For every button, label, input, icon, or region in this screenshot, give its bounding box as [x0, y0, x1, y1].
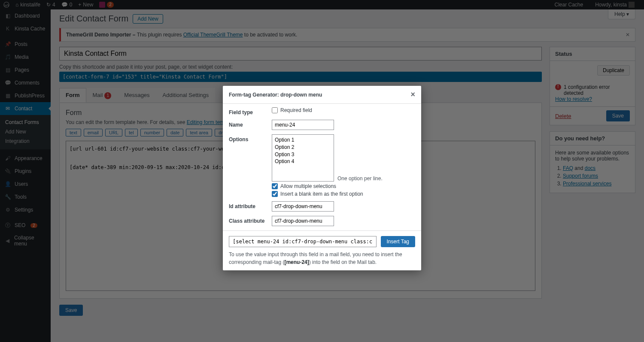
allow-multi-checkbox[interactable] [272, 183, 278, 189]
class-input[interactable] [272, 216, 334, 226]
form-tag-modal: Form-tag Generator: drop-down menu × Fie… [223, 86, 421, 270]
close-icon[interactable]: × [410, 90, 415, 99]
modal-title: Form-tag Generator: drop-down menu [229, 92, 322, 98]
required-label: Required field [280, 107, 312, 113]
insert-blank-label: Insert a blank item as the first option [280, 191, 363, 197]
name-input[interactable] [272, 120, 334, 130]
modal-overlay[interactable]: Form-tag Generator: drop-down menu × Fie… [0, 0, 644, 342]
insert-blank-checkbox[interactable] [272, 191, 278, 197]
id-input[interactable] [272, 201, 334, 212]
modal-note: To use the value input through this fiel… [229, 251, 415, 266]
options-hint: One option per line. [337, 176, 383, 182]
id-label: Id attribute [229, 201, 272, 209]
allow-multi-label: Allow multiple selections [280, 183, 336, 189]
required-checkbox[interactable] [272, 107, 278, 113]
name-label: Name [229, 120, 272, 128]
insert-tag-button[interactable]: Insert Tag [381, 236, 415, 247]
options-textarea[interactable] [272, 134, 334, 182]
field-type-label: Field type [229, 107, 272, 115]
class-label: Class attribute [229, 216, 272, 224]
options-label: Options [229, 134, 272, 142]
generated-tag-input[interactable] [229, 236, 377, 247]
